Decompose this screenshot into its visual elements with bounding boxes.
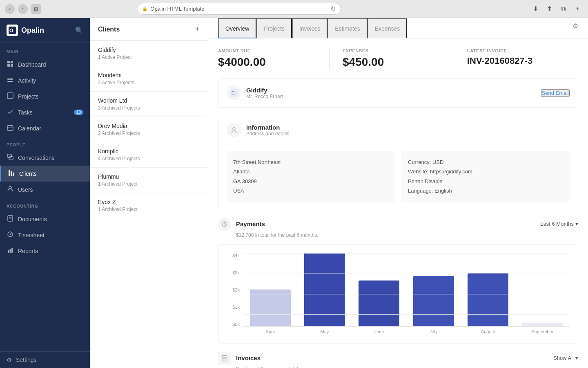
sidebar-search-btn[interactable]: 🔍 xyxy=(75,27,83,34)
projects-icon xyxy=(7,92,14,100)
bar-group-september xyxy=(515,323,570,326)
payments-icon xyxy=(218,218,231,231)
dashboard-icon xyxy=(7,61,14,68)
sidebar-item-reports-label: Reports xyxy=(18,248,38,254)
sidebar-item-conversations[interactable]: Conversations xyxy=(0,150,90,166)
conversations-icon xyxy=(7,154,14,162)
invoices-icon xyxy=(218,352,231,365)
bar-july xyxy=(413,276,454,326)
browser-tab-btn[interactable]: ⧉ xyxy=(558,3,569,15)
svg-rect-31 xyxy=(222,355,227,361)
client-name: Giddify xyxy=(246,87,283,94)
information-card-body: 7th Street Northeast Atlanta GA 30309 US… xyxy=(218,144,578,209)
information-icon xyxy=(227,123,241,137)
users-icon xyxy=(7,186,14,193)
settings-icon: ⚙ xyxy=(7,357,12,363)
currency-detail: Currency: USD xyxy=(408,157,563,167)
tab-settings-btn[interactable]: ⚙ xyxy=(572,22,578,30)
tab-expenses[interactable]: Expenses xyxy=(368,18,407,38)
x-label-april: April xyxy=(243,329,297,334)
browser-sidebar-btn[interactable]: ⊞ xyxy=(31,4,41,14)
browser-newtab-btn[interactable]: ＋ xyxy=(572,3,583,15)
client-list-item[interactable]: Mondemi2 Active Projects xyxy=(90,66,208,92)
client-info-text: Giddify Mr. Rocco Erhart xyxy=(246,87,283,99)
y-label-2k: $2k xyxy=(227,287,240,292)
sidebar-settings-item[interactable]: ⚙ Settings xyxy=(7,357,83,363)
tab-estimates[interactable]: Estimates xyxy=(327,18,367,38)
sidebar-item-activity[interactable]: Activity xyxy=(0,72,90,88)
sidebar-item-clients[interactable]: Clients xyxy=(0,166,90,182)
payments-chart: $4k $3k $2k $1k $0k AprilMayJ xyxy=(218,245,578,343)
sidebar-item-timesheet[interactable]: Timesheet xyxy=(0,227,90,243)
browser-back-btn[interactable]: ‹ xyxy=(5,4,15,14)
client-item-name: Worlom Ltd xyxy=(98,97,200,104)
client-item-meta: 1 Archived Project xyxy=(98,181,200,187)
payments-subtitle: $12.700 in total for the past 6 months. xyxy=(236,232,578,238)
address-col: 7th Street Northeast Atlanta GA 30309 US… xyxy=(227,151,395,202)
grid-line-2k xyxy=(243,294,570,294)
sidebar-item-reports[interactable]: Reports xyxy=(0,243,90,259)
tab-overview[interactable]: Overview xyxy=(218,18,256,38)
client-list-item[interactable]: Evox Z1 Archived Project xyxy=(90,193,208,218)
payments-title: Payments xyxy=(236,220,265,227)
chart-y-axis: $4k $3k $2k $1k $0k xyxy=(227,253,243,335)
svg-rect-2 xyxy=(7,61,10,63)
stat-amount-due: AMOUNT DUE $4000.00 xyxy=(218,48,329,69)
y-label-3k: $3k xyxy=(227,270,240,275)
browser-forward-btn[interactable]: › xyxy=(18,4,28,14)
content-area: AMOUNT DUE $4000.00 EXPENSES $450.00 LAT… xyxy=(208,38,588,368)
sidebar-section-people-label: PEOPLE xyxy=(0,136,90,150)
send-email-button[interactable]: Send Email xyxy=(541,89,570,97)
svg-rect-24 xyxy=(8,250,9,253)
payments-filter-btn[interactable]: Last 6 Months ▾ xyxy=(540,221,578,227)
browser-address-bar[interactable]: 🔒 Opalin HTML Template ↻ xyxy=(137,3,341,15)
tab-projects[interactable]: Projects xyxy=(256,18,292,38)
payments-header: Payments Last 6 Months ▾ xyxy=(218,218,578,231)
x-label-september: September xyxy=(515,329,570,334)
browser-share-btn[interactable]: ⬆ xyxy=(544,3,555,15)
app-container: O Opalin 🔍 MAIN Dashboard Activity xyxy=(0,18,588,368)
sidebar-item-projects[interactable]: Projects xyxy=(0,88,90,104)
activity-icon xyxy=(7,76,14,84)
sidebar-item-users[interactable]: Users xyxy=(0,182,90,197)
client-list-item[interactable]: Worlom Ltd3 Archived Projects xyxy=(90,92,208,117)
tab-invoices[interactable]: Invoices xyxy=(292,18,327,38)
sidebar-item-calendar[interactable]: Calendar xyxy=(0,120,90,136)
svg-rect-20 xyxy=(8,215,13,221)
client-info-card-header: G Giddify Mr. Rocco Erhart Send Email xyxy=(218,79,578,107)
sidebar-item-activity-label: Activity xyxy=(18,77,36,84)
bar-may xyxy=(304,253,345,326)
client-list-item[interactable]: Drev Media2 Archived Projects xyxy=(90,117,208,142)
client-item-name: Giddify xyxy=(98,47,200,53)
add-client-button[interactable]: + xyxy=(195,25,200,34)
sidebar-logo: O Opalin xyxy=(7,25,44,36)
svg-rect-3 xyxy=(11,61,13,63)
browser-refresh-btn[interactable]: ↻ xyxy=(330,5,336,13)
browser-download-btn[interactable]: ⬇ xyxy=(530,3,541,15)
sidebar-item-documents[interactable]: Documents xyxy=(0,211,90,227)
address-line3: GA 30309 xyxy=(233,177,388,186)
tasks-badge: 10 xyxy=(74,110,83,115)
sidebar-item-tasks[interactable]: Tasks 10 xyxy=(0,104,90,120)
client-item-name: Plummu xyxy=(98,173,200,180)
sidebar-header: O Opalin 🔍 xyxy=(0,18,90,43)
client-list: Giddify1 Active ProjectMondemi2 Active P… xyxy=(90,41,208,218)
client-item-meta: 2 Active Projects xyxy=(98,80,200,85)
svg-rect-5 xyxy=(11,64,13,67)
client-list-item[interactable]: Giddify1 Active Project xyxy=(90,41,208,66)
sidebar-item-calendar-label: Calendar xyxy=(18,125,41,132)
information-title: Information xyxy=(246,124,291,131)
svg-rect-8 xyxy=(7,81,13,82)
client-panel-header: Clients + xyxy=(90,18,208,41)
invoices-show-all-btn[interactable]: Show All ▾ xyxy=(553,355,578,361)
information-card-header: Information Address and details. xyxy=(218,116,578,144)
client-panel: Clients + Giddify1 Active ProjectMondemi… xyxy=(90,18,208,368)
client-list-item[interactable]: Komplic4 Archived Projects xyxy=(90,142,208,168)
client-info-card: G Giddify Mr. Rocco Erhart Send Email xyxy=(218,79,578,108)
sidebar-item-dashboard[interactable]: Dashboard xyxy=(0,56,90,72)
grid-line-3k xyxy=(243,274,570,274)
sidebar-item-users-label: Users xyxy=(18,186,33,193)
info-grid: 7th Street Northeast Atlanta GA 30309 US… xyxy=(227,151,570,202)
client-list-item[interactable]: Plummu1 Archived Project xyxy=(90,168,208,193)
svg-rect-10 xyxy=(7,126,13,130)
